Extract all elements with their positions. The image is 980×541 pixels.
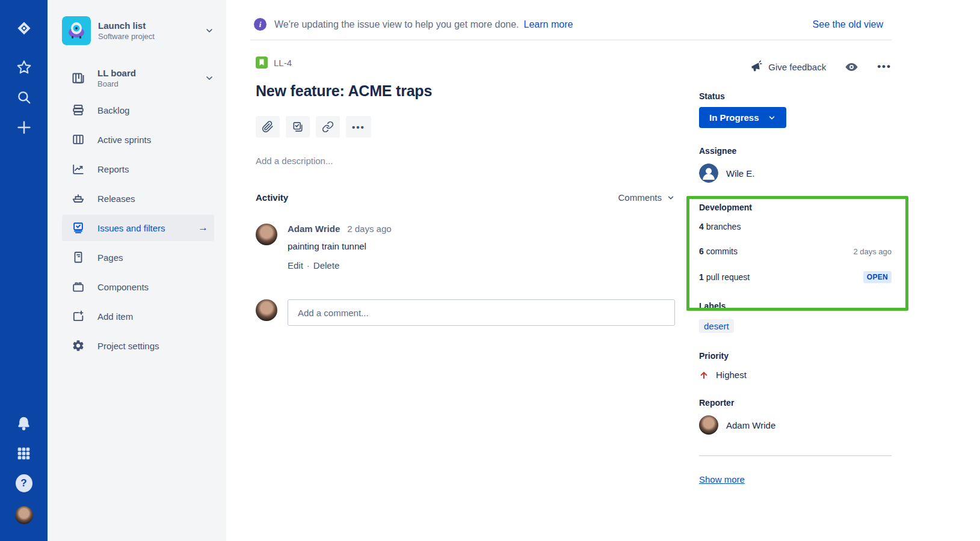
- description-placeholder[interactable]: Add a description...: [256, 156, 675, 166]
- star-icon[interactable]: [16, 59, 32, 76]
- chevron-down-icon: [768, 114, 776, 122]
- issue-actions: •••: [256, 116, 675, 138]
- project-switcher[interactable]: Launch list Software project: [62, 16, 214, 45]
- sidebar-item-label: Reports: [97, 164, 129, 174]
- create-plus-icon[interactable]: [16, 119, 32, 136]
- comment-item: Adam Wride 2 days ago painting train tun…: [256, 224, 675, 270]
- issue-title[interactable]: New feature: ACME traps: [256, 82, 675, 100]
- link-icon: [322, 121, 334, 133]
- more-actions-button[interactable]: •••: [346, 116, 371, 138]
- comments-filter-dropdown[interactable]: Comments: [618, 192, 675, 203]
- assignee-field: Assignee Wile E.: [699, 146, 892, 183]
- commits-link[interactable]: commits: [706, 246, 738, 256]
- panel-divider: [699, 455, 892, 456]
- branches-link[interactable]: branches: [706, 222, 741, 231]
- issue-key[interactable]: LL-4: [274, 58, 292, 68]
- help-icon[interactable]: ?: [16, 475, 32, 492]
- panel-more-icon[interactable]: •••: [877, 61, 892, 73]
- current-user-avatar: [256, 299, 277, 321]
- pr-link[interactable]: pull request: [706, 272, 750, 282]
- board-type: Board: [97, 79, 205, 88]
- sidebar-item-releases[interactable]: Releases: [62, 185, 214, 212]
- labels-field: Labels desert: [699, 301, 892, 333]
- megaphone-icon: [748, 58, 764, 75]
- priority-highest-icon: [699, 370, 709, 380]
- banner-message: We're updating the issue view to help yo…: [274, 19, 519, 30]
- sidebar-item-label: Add item: [97, 311, 133, 322]
- sidebar-item-add-item[interactable]: Add item: [62, 303, 214, 329]
- sprints-icon: [71, 132, 85, 147]
- status-field: Status In Progress: [699, 91, 892, 128]
- releases-icon: [71, 191, 85, 206]
- settings-gear-icon: [71, 338, 85, 353]
- jira-issue-view: ? Launch list Software project: [0, 0, 980, 541]
- subtask-check-icon: [292, 121, 304, 133]
- label-chip-desert[interactable]: desert: [699, 319, 734, 333]
- project-type: Software project: [98, 32, 205, 41]
- app-navbar: ?: [0, 0, 48, 541]
- status-dropdown-button[interactable]: In Progress: [699, 107, 786, 128]
- user-avatar[interactable]: [14, 505, 34, 525]
- main-content: i We're updating the issue view to help …: [226, 0, 980, 541]
- sidebar-item-components[interactable]: Components: [62, 274, 214, 300]
- branches-count[interactable]: 4: [699, 222, 704, 231]
- board-name: LL board: [97, 68, 205, 78]
- project-avatar-icon: [62, 16, 91, 45]
- commits-row: 6 commits 2 days ago: [699, 246, 892, 256]
- sidebar-item-pages[interactable]: Pages: [62, 244, 214, 270]
- sidebar-item-active-sprints[interactable]: Active sprints: [62, 126, 214, 153]
- sidebar-item-label: Active sprints: [97, 135, 151, 145]
- link-issue-button[interactable]: [316, 116, 340, 138]
- sidebar-item-project-settings[interactable]: Project settings: [62, 332, 214, 359]
- backlog-icon: [71, 103, 85, 117]
- learn-more-link[interactable]: Learn more: [524, 19, 573, 30]
- labels-label: Labels: [699, 301, 892, 311]
- issue-column: LL-4 New feature: ACME traps: [256, 57, 675, 485]
- comment-input[interactable]: [288, 299, 675, 326]
- reports-icon: [71, 162, 85, 176]
- board-icon: [71, 71, 85, 85]
- commenter-avatar[interactable]: [256, 224, 277, 245]
- update-banner: i We're updating the issue view to help …: [250, 0, 892, 31]
- see-old-view-link[interactable]: See the old view: [813, 19, 892, 30]
- give-feedback-button[interactable]: Give feedback: [748, 60, 826, 74]
- chevron-down-icon: [667, 194, 675, 202]
- commits-count[interactable]: 6: [699, 246, 704, 256]
- sidebar-item-reports[interactable]: Reports: [62, 156, 214, 182]
- app-switcher-icon[interactable]: [16, 445, 32, 462]
- reporter-label: Reporter: [699, 398, 892, 408]
- comment-delete-link[interactable]: Delete: [313, 260, 339, 270]
- search-icon[interactable]: [16, 89, 32, 106]
- reporter-value[interactable]: Adam Wride: [699, 415, 892, 435]
- development-field: Development 4 branches 6 commits 2 days …: [699, 203, 892, 283]
- assignee-avatar: [699, 164, 718, 183]
- chevron-down-icon: [205, 73, 214, 83]
- project-name: Launch list: [98, 20, 205, 31]
- add-subtask-button[interactable]: [286, 116, 310, 138]
- comment-author[interactable]: Adam Wride: [288, 224, 340, 234]
- sidebar-item-label: Project settings: [97, 341, 159, 351]
- comment-edit-link[interactable]: Edit: [288, 260, 303, 270]
- priority-label: Priority: [699, 351, 892, 361]
- assignee-value[interactable]: Wile E.: [699, 164, 892, 183]
- commits-time: 2 days ago: [853, 247, 892, 256]
- activity-heading: Activity: [256, 192, 288, 203]
- priority-value[interactable]: Highest: [699, 370, 892, 380]
- sidebar-item-issues-and-filters[interactable]: Issues and filters →: [62, 215, 214, 241]
- fields-panel: Give feedback ••• Status In Progress: [699, 57, 892, 485]
- board-switcher[interactable]: LL board Board: [62, 68, 214, 88]
- sidebar-item-backlog[interactable]: Backlog: [62, 97, 214, 123]
- arrow-right-icon: →: [198, 222, 208, 234]
- show-more-link[interactable]: Show more: [699, 474, 745, 484]
- pr-count[interactable]: 1: [699, 272, 704, 282]
- activity-header: Activity Comments: [256, 192, 675, 203]
- status-label: Status: [699, 91, 892, 101]
- reporter-avatar: [699, 415, 718, 435]
- jira-logo-icon[interactable]: [14, 18, 34, 38]
- development-label: Development: [699, 203, 892, 212]
- add-item-icon: [71, 309, 85, 323]
- notifications-bell-icon[interactable]: [16, 415, 32, 432]
- watch-eye-icon[interactable]: [845, 60, 858, 74]
- reporter-field: Reporter Adam Wride: [699, 398, 892, 435]
- attach-button[interactable]: [256, 116, 280, 138]
